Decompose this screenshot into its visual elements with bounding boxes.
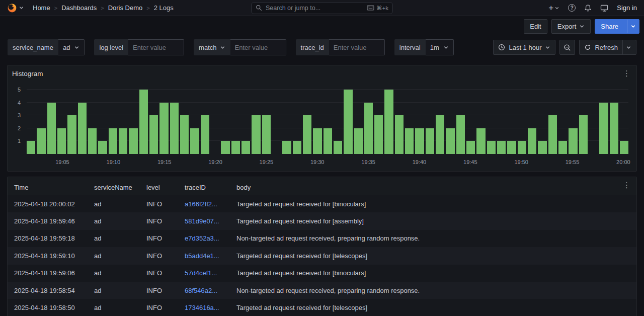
column-header-level[interactable]: level [140, 179, 178, 195]
histogram-bar[interactable] [190, 128, 199, 154]
histogram-bar[interactable] [620, 141, 628, 154]
histogram-bar[interactable] [67, 115, 76, 154]
histogram-bar[interactable] [262, 115, 271, 154]
breadcrumb-item[interactable]: Dashboards [61, 4, 97, 12]
histogram-bar[interactable] [476, 128, 485, 154]
trace-id-link[interactable]: a166f2ff2... [185, 200, 217, 208]
time-range-picker[interactable]: Last 1 hour [493, 40, 555, 55]
histogram-bar[interactable] [78, 103, 87, 154]
histogram-bar[interactable] [507, 141, 516, 154]
search-input[interactable] [266, 5, 363, 12]
trace-id-link[interactable]: e7d352a3... [185, 234, 219, 242]
histogram-bar[interactable] [180, 115, 189, 154]
histogram-bar[interactable] [57, 128, 66, 154]
histogram-bar[interactable] [497, 141, 506, 154]
histogram-bar[interactable] [384, 90, 393, 154]
org-menu-toggle[interactable] [7, 3, 24, 13]
match-label[interactable]: match [194, 39, 230, 55]
interval-select[interactable]: 1m [426, 39, 454, 55]
histogram-bar[interactable] [303, 115, 311, 154]
histogram-bar[interactable] [119, 128, 127, 154]
breadcrumb-item[interactable]: Doris Demo [108, 4, 143, 12]
histogram-bar[interactable] [201, 115, 209, 154]
histogram-bar[interactable] [170, 103, 179, 154]
column-header-time[interactable]: Time [8, 179, 88, 195]
histogram-bar[interactable] [313, 128, 321, 154]
histogram-bar[interactable] [109, 128, 117, 154]
histogram-bar[interactable] [149, 115, 158, 154]
histogram-bar[interactable] [354, 128, 363, 154]
edit-button[interactable]: Edit [524, 19, 547, 34]
histogram-bar[interactable] [466, 141, 475, 154]
histogram-bar[interactable] [324, 128, 332, 154]
histogram-bar[interactable] [344, 90, 352, 154]
trace-id-field[interactable] [329, 39, 385, 55]
histogram-bar[interactable] [446, 128, 454, 154]
histogram-bar[interactable] [415, 128, 424, 154]
share-label[interactable]: Share [595, 20, 624, 33]
global-search[interactable]: ⌘+k [251, 2, 393, 14]
histogram-bar[interactable] [456, 115, 465, 154]
breadcrumb-item[interactable]: Home [33, 4, 50, 12]
log-level-field[interactable] [128, 39, 184, 55]
histogram-bar[interactable] [139, 90, 148, 154]
histogram-bar[interactable] [569, 128, 577, 154]
share-menu-toggle[interactable] [627, 20, 639, 33]
histogram-bar[interactable] [548, 115, 557, 154]
sign-in-button[interactable]: Sign in [617, 4, 637, 12]
histogram-bar[interactable] [558, 141, 567, 154]
notifications-button[interactable] [584, 4, 592, 12]
histogram-bar[interactable] [334, 141, 342, 154]
histogram-bar[interactable] [487, 141, 496, 154]
histogram-bar[interactable] [221, 141, 229, 154]
histogram-bar[interactable] [252, 115, 260, 154]
trace-id-link[interactable]: 1734616a... [185, 304, 219, 311]
histogram-bar[interactable] [129, 128, 137, 154]
trace-id-input[interactable] [334, 44, 380, 51]
histogram-bar[interactable] [426, 128, 434, 154]
histogram-bar[interactable] [88, 128, 97, 154]
match-input[interactable] [235, 44, 281, 51]
refresh-button[interactable]: Refresh [579, 40, 636, 55]
trace-id-link[interactable]: 57d4cef1... [185, 269, 217, 277]
panel-menu-icon[interactable]: ⋮ [620, 180, 633, 191]
histogram-bar[interactable] [364, 103, 373, 154]
log-level-input[interactable] [133, 44, 179, 51]
histogram-bar[interactable] [579, 115, 588, 154]
trace-id-link[interactable]: b5add4e1... [185, 252, 219, 260]
histogram-bar[interactable] [610, 103, 618, 154]
histogram-bar[interactable] [231, 141, 240, 154]
histogram-bar[interactable] [37, 128, 45, 154]
histogram-bar[interactable] [518, 141, 526, 154]
service-name-select[interactable]: ad [58, 39, 85, 55]
histogram-bar[interactable] [538, 141, 546, 154]
display-button[interactable] [600, 4, 608, 12]
histogram-bar[interactable] [242, 141, 250, 154]
new-menu-button[interactable]: + [548, 4, 559, 12]
histogram-bar[interactable] [159, 103, 168, 154]
refresh-interval-toggle[interactable] [622, 40, 631, 54]
histogram-bar[interactable] [98, 141, 107, 154]
histogram-bar[interactable] [405, 128, 414, 154]
histogram-bar[interactable] [293, 141, 301, 154]
column-header-servicename[interactable]: serviceName [88, 179, 140, 195]
histogram-bar[interactable] [282, 141, 291, 154]
help-button[interactable]: ? [568, 4, 576, 12]
trace-id-link[interactable]: 68f546a2... [185, 287, 217, 294]
column-header-body[interactable]: body [230, 179, 636, 195]
histogram-bar[interactable] [395, 115, 404, 154]
histogram-bar[interactable] [599, 103, 608, 154]
column-header-traceid[interactable]: traceID [178, 179, 230, 195]
panel-menu-icon[interactable]: ⋮ [620, 68, 633, 79]
histogram-bar[interactable] [528, 128, 536, 154]
histogram-panel-title[interactable]: Histogram [12, 70, 43, 77]
export-button[interactable]: Export [551, 19, 591, 34]
histogram-bar[interactable] [47, 103, 56, 154]
zoom-out-button[interactable] [559, 40, 575, 55]
histogram-bar[interactable] [374, 115, 383, 154]
match-field[interactable] [230, 39, 286, 55]
share-button[interactable]: Share [595, 19, 639, 34]
histogram-bar[interactable] [436, 115, 444, 154]
trace-id-link[interactable]: 581d9e07... [185, 217, 219, 225]
histogram-bar[interactable] [27, 141, 35, 154]
